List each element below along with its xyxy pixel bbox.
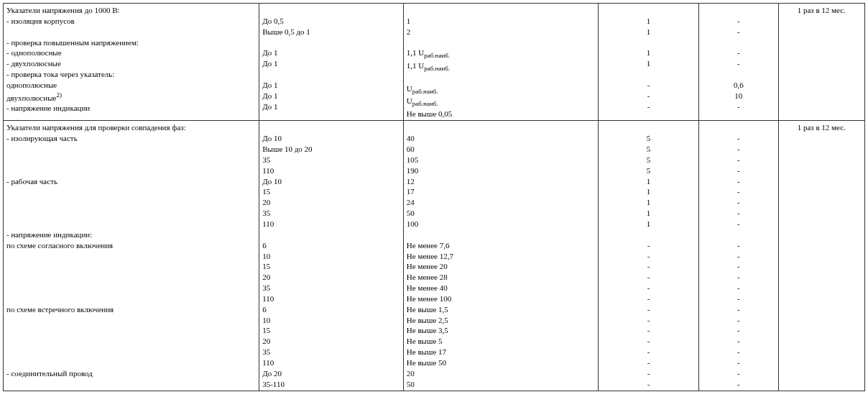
- condition-cell: До 10Выше 10 до 2035110До 10152035110 61…: [259, 121, 404, 391]
- periodicity-cell: 1 раз в 12 мес.: [778, 121, 864, 391]
- test-1-cell: 11 11 ---: [598, 4, 698, 121]
- table-row: Указатели напряжения для проверки совпад…: [4, 121, 865, 391]
- value-cell: 12 1,1 Uраб.наиб.1,1 Uраб.наиб. Uраб.наи…: [403, 4, 598, 121]
- test-2-cell: --------- --------------: [699, 121, 778, 391]
- parameters-table: Указатели напряжения до 1000 В:- изоляци…: [3, 3, 865, 391]
- periodicity-cell: 1 раз в 12 мес.: [778, 4, 864, 121]
- description-cell: Указатели напряжения до 1000 В:- изоляци…: [4, 4, 259, 121]
- condition-cell: До 0,5Выше 0,5 до 1 До 1До 1 До 1До 1До …: [259, 4, 404, 121]
- description-cell: Указатели напряжения для проверки совпад…: [4, 121, 259, 391]
- value-cell: 406010519012172450100 Не менее 7,6Не мен…: [403, 121, 598, 391]
- document-page: Указатели напряжения до 1000 В:- изоляци…: [0, 0, 868, 394]
- table-row: Указатели напряжения до 1000 В:- изоляци…: [4, 4, 865, 121]
- test-2-cell: -- -- 0,610-: [699, 4, 778, 121]
- test-1-cell: 555511111 --------------: [598, 121, 698, 391]
